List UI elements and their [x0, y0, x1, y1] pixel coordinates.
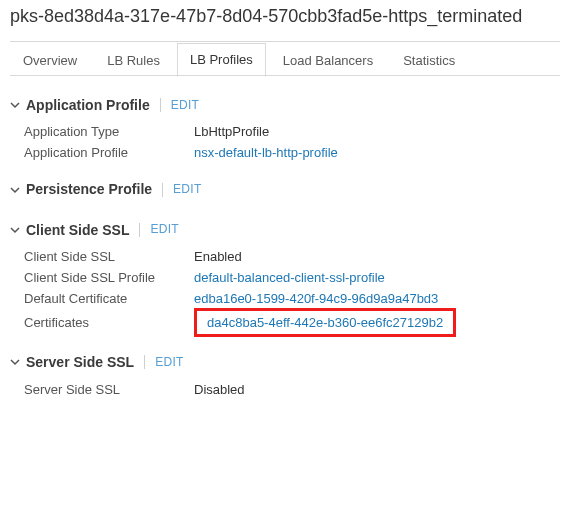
chevron-down-icon[interactable] [10, 225, 20, 235]
kv-row: Client Side SSL Profile default-balanced… [24, 270, 560, 285]
kv-key: Client Side SSL Profile [24, 270, 194, 285]
kv-row: Application Profile nsx-default-lb-http-… [24, 145, 560, 160]
section-application-profile: Application Profile EDIT Application Typ… [10, 94, 560, 160]
kv-row: Application Type LbHttpProfile [24, 124, 560, 139]
kv-row: Default Certificate edba16e0-1599-420f-9… [24, 291, 560, 306]
kv-value-link[interactable]: da4c8ba5-4eff-442e-b360-ee6fc27129b2 [207, 315, 443, 330]
kv-row: Certificates da4c8ba5-4eff-442e-b360-ee6… [24, 312, 560, 333]
kv-key: Application Type [24, 124, 194, 139]
divider-vertical [144, 355, 145, 369]
section-title: Application Profile [26, 94, 150, 116]
section-persistence-profile: Persistence Profile EDIT [10, 178, 560, 200]
section-title: Client Side SSL [26, 219, 129, 241]
edit-button[interactable]: EDIT [171, 96, 200, 115]
section-server-side-ssl: Server Side SSL EDIT Server Side SSL Dis… [10, 351, 560, 396]
kv-key: Server Side SSL [24, 382, 194, 397]
divider-vertical [139, 223, 140, 237]
edit-button[interactable]: EDIT [155, 353, 184, 372]
section-client-side-ssl: Client Side SSL EDIT Client Side SSL Ena… [10, 219, 560, 333]
divider-vertical [160, 98, 161, 112]
tab-lb-rules[interactable]: LB Rules [94, 44, 173, 77]
kv-key: Client Side SSL [24, 249, 194, 264]
kv-value: Disabled [194, 382, 245, 397]
kv-key: Default Certificate [24, 291, 194, 306]
tab-lb-profiles[interactable]: LB Profiles [177, 43, 266, 77]
kv-value: LbHttpProfile [194, 124, 269, 139]
kv-key: Certificates [24, 315, 194, 330]
highlight-box: da4c8ba5-4eff-442e-b360-ee6fc27129b2 [194, 308, 456, 337]
kv-value-link[interactable]: nsx-default-lb-http-profile [194, 145, 338, 160]
tabs-bar: Overview LB Rules LB Profiles Load Balan… [10, 42, 560, 76]
kv-value: Enabled [194, 249, 242, 264]
kv-row: Client Side SSL Enabled [24, 249, 560, 264]
kv-key: Application Profile [24, 145, 194, 160]
divider-vertical [162, 183, 163, 197]
chevron-down-icon[interactable] [10, 357, 20, 367]
tab-overview[interactable]: Overview [10, 44, 90, 77]
chevron-down-icon[interactable] [10, 100, 20, 110]
page-title: pks-8ed38d4a-317e-47b7-8d04-570cbb3fad5e… [10, 6, 560, 27]
section-title: Persistence Profile [26, 178, 152, 200]
tab-statistics[interactable]: Statistics [390, 44, 468, 77]
kv-row: Server Side SSL Disabled [24, 382, 560, 397]
tab-load-balancers[interactable]: Load Balancers [270, 44, 386, 77]
kv-value-link[interactable]: edba16e0-1599-420f-94c9-96d9a9a47bd3 [194, 291, 438, 306]
chevron-down-icon[interactable] [10, 185, 20, 195]
edit-button[interactable]: EDIT [173, 180, 202, 199]
kv-value-link[interactable]: default-balanced-client-ssl-profile [194, 270, 385, 285]
section-title: Server Side SSL [26, 351, 134, 373]
edit-button[interactable]: EDIT [150, 220, 179, 239]
